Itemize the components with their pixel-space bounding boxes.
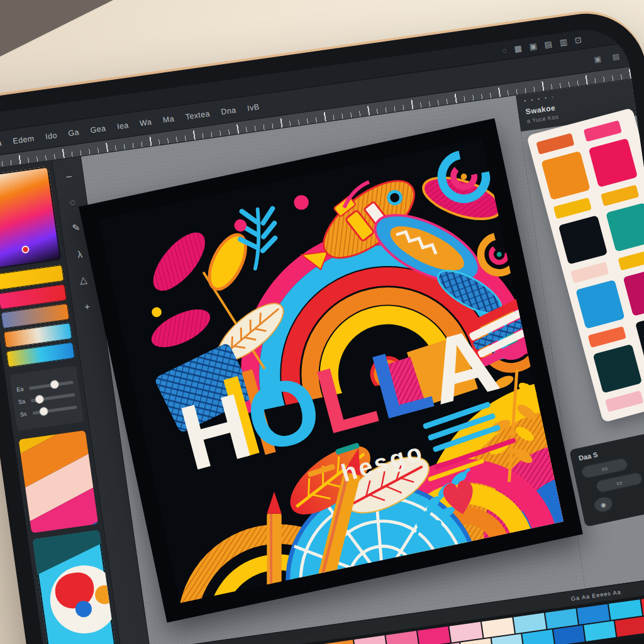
picker-marker[interactable] (21, 245, 30, 254)
add-swatch-tool[interactable]: + (77, 297, 97, 316)
menu-item-1[interactable]: Onna (0, 138, 3, 150)
window-list-icon[interactable]: ▤ (612, 52, 620, 61)
slider-track[interactable] (29, 380, 74, 390)
menu-item-9[interactable]: Textea (185, 109, 211, 121)
artwork-canvas[interactable]: HOLLA (79, 118, 583, 623)
menu-item-5[interactable]: Gea (90, 124, 107, 135)
menu-item-3[interactable]: Ido (45, 131, 57, 141)
hola-artwork: HOLLA (98, 138, 564, 603)
slider-row: Ss (19, 404, 77, 418)
color-tile[interactable] (513, 613, 546, 634)
sync-icon[interactable]: ◌ (501, 46, 507, 55)
menu-item-10[interactable]: Dna (220, 105, 236, 116)
slider-knob[interactable] (50, 379, 60, 389)
color-tile[interactable] (614, 616, 644, 636)
color-tile[interactable] (553, 625, 585, 644)
slider-label: Ss (19, 411, 29, 418)
menu-item-4[interactable]: Ga (67, 128, 79, 138)
stripe-bands (18, 430, 98, 533)
slider-knob[interactable] (35, 394, 45, 404)
color-tile[interactable] (386, 631, 418, 644)
color-tile[interactable] (450, 622, 482, 643)
swatch-chip[interactable] (541, 151, 590, 200)
window-panel-icon[interactable]: ▣ (594, 54, 602, 64)
menu-item-8[interactable]: Ma (162, 114, 175, 124)
color-tile[interactable] (609, 599, 641, 620)
menu-item-11[interactable]: IvB (247, 102, 260, 113)
swatch-chip[interactable] (553, 197, 592, 219)
color-tile[interactable] (545, 608, 578, 629)
slider-label: Sa (18, 398, 27, 406)
swatch-chip[interactable] (575, 280, 625, 329)
swatch-chip[interactable] (593, 344, 642, 393)
color-tile[interactable] (577, 604, 610, 625)
slider-label: Ea (16, 386, 26, 393)
swatch-chip[interactable] (570, 262, 609, 283)
color-tile[interactable] (584, 621, 616, 641)
slider-row: Ea (16, 379, 74, 393)
main-area: HOLLA (81, 79, 644, 644)
swatch-chip[interactable] (536, 133, 574, 154)
swatch-chip[interactable] (601, 185, 639, 206)
detail-panel: Daa S ▭ ▭ ◉ (569, 428, 644, 527)
slider-row: Sa (18, 391, 75, 406)
line-tool[interactable]: ‒ (58, 166, 79, 185)
striped-artwork-thumbnail[interactable] (18, 430, 98, 533)
tablet-device: ◌ ▦ ▣ ▤ ▥ ⊡ Onna Edem Ido Ga Gea Iea Wa … (0, 6, 644, 644)
app-body: Ea Sa Ss (0, 79, 644, 644)
workspace[interactable]: HOLLA (81, 96, 585, 644)
swatch-chip[interactable] (623, 267, 644, 316)
color-tile[interactable] (354, 635, 387, 644)
shape-tool[interactable]: △ (73, 270, 94, 289)
detail-button-3[interactable]: ◉ (592, 495, 614, 514)
slider-track[interactable] (31, 392, 75, 402)
swatch-chip[interactable] (618, 249, 644, 270)
swatch-chip[interactable] (606, 203, 644, 252)
pencil-small (267, 492, 281, 603)
rows-icon[interactable]: ▤ (544, 40, 553, 49)
layout-icon[interactable]: ▣ (529, 42, 538, 51)
swatch-chip[interactable] (589, 138, 638, 187)
color-tile[interactable] (322, 640, 355, 644)
color-tile[interactable] (482, 618, 514, 638)
color-picker-panel[interactable] (0, 166, 61, 269)
menu-item-2[interactable]: Edem (13, 134, 35, 146)
adjustment-sliders-panel: Ea Sa Ss (9, 365, 84, 431)
columns-icon[interactable]: ▥ (559, 38, 568, 47)
swatch-chip[interactable] (635, 313, 644, 362)
grid-icon[interactable]: ▦ (514, 44, 523, 53)
app-screen: ◌ ▦ ▣ ▤ ▥ ⊡ Onna Edem Ido Ga Gea Iea Wa … (0, 25, 644, 644)
minimize-icon[interactable]: ⊡ (574, 35, 582, 44)
menu-item-7[interactable]: Wa (139, 117, 152, 128)
gradient-strips (0, 263, 79, 369)
swatch-chip[interactable] (558, 215, 608, 264)
slider-track[interactable] (32, 405, 77, 414)
swatch-chip[interactable] (605, 391, 643, 412)
swatch-chip[interactable] (584, 120, 622, 142)
color-tile[interactable] (418, 626, 450, 644)
slider-knob[interactable] (39, 406, 49, 416)
detail-panel-title[interactable]: Daa S (578, 435, 644, 462)
menu-item-6[interactable]: Iea (116, 121, 129, 131)
swatch-chip[interactable] (588, 326, 626, 348)
tablet-scene: ◌ ▦ ▣ ▤ ▥ ⊡ Onna Edem Ido Ga Gea Iea Wa … (0, 0, 644, 644)
